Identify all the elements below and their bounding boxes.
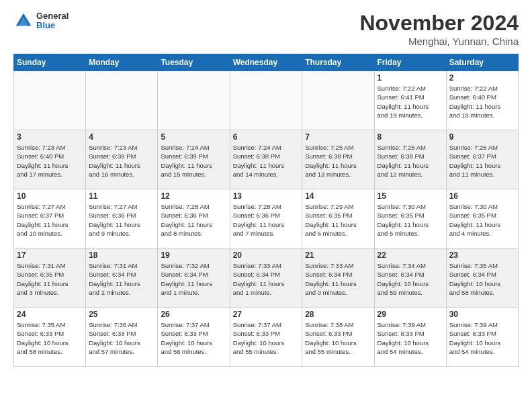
- day-info: Sunrise: 7:25 AMSunset: 6:38 PMDaylight:…: [305, 143, 371, 179]
- day-number: 27: [233, 310, 300, 319]
- day-info: Sunrise: 7:24 AMSunset: 6:39 PMDaylight:…: [161, 143, 226, 179]
- day-number: 5: [161, 132, 226, 142]
- day-info: Sunrise: 7:36 AMSunset: 6:33 PMDaylight:…: [89, 320, 154, 356]
- day-number: 29: [378, 310, 443, 319]
- logo: General Blue: [13, 11, 69, 31]
- day-number: 3: [17, 132, 83, 142]
- calendar-day: 1Sunrise: 7:22 AMSunset: 6:41 PMDaylight…: [374, 71, 446, 130]
- day-number: 15: [378, 191, 443, 201]
- day-info: Sunrise: 7:27 AMSunset: 6:36 PMDaylight:…: [89, 202, 154, 238]
- col-thursday: Thursday: [302, 54, 374, 71]
- day-info: Sunrise: 7:23 AMSunset: 6:40 PMDaylight:…: [17, 143, 83, 179]
- day-info: Sunrise: 7:23 AMSunset: 6:39 PMDaylight:…: [89, 143, 154, 179]
- day-number: 12: [161, 191, 226, 201]
- calendar-day: [14, 71, 86, 130]
- day-number: 8: [378, 132, 443, 142]
- calendar-day: 19Sunrise: 7:32 AMSunset: 6:34 PMDayligh…: [158, 248, 230, 308]
- calendar-week-row: 24Sunrise: 7:35 AMSunset: 6:33 PMDayligh…: [14, 308, 519, 367]
- day-number: 23: [449, 250, 515, 260]
- calendar-day: 27Sunrise: 7:37 AMSunset: 6:33 PMDayligh…: [230, 308, 302, 367]
- calendar-day: 4Sunrise: 7:23 AMSunset: 6:39 PMDaylight…: [86, 130, 158, 189]
- col-tuesday: Tuesday: [158, 54, 230, 71]
- day-number: 9: [449, 132, 515, 142]
- calendar-day: 25Sunrise: 7:36 AMSunset: 6:33 PMDayligh…: [86, 308, 158, 367]
- day-info: Sunrise: 7:28 AMSunset: 6:36 PMDaylight:…: [233, 202, 300, 238]
- location: Menghai, Yunnan, China: [359, 36, 519, 47]
- calendar-day: 20Sunrise: 7:33 AMSunset: 6:34 PMDayligh…: [230, 248, 302, 308]
- day-info: Sunrise: 7:32 AMSunset: 6:34 PMDaylight:…: [161, 261, 226, 297]
- day-info: Sunrise: 7:26 AMSunset: 6:37 PMDaylight:…: [449, 143, 515, 179]
- calendar-day: 24Sunrise: 7:35 AMSunset: 6:33 PMDayligh…: [14, 308, 86, 367]
- day-number: 4: [89, 132, 154, 142]
- day-number: 16: [449, 191, 515, 201]
- calendar-day: 7Sunrise: 7:25 AMSunset: 6:38 PMDaylight…: [302, 130, 374, 189]
- calendar-day: 23Sunrise: 7:35 AMSunset: 6:34 PMDayligh…: [446, 248, 518, 308]
- day-info: Sunrise: 7:39 AMSunset: 6:33 PMDaylight:…: [449, 320, 515, 356]
- day-number: 2: [449, 73, 515, 83]
- day-number: 25: [89, 310, 154, 319]
- calendar-week-row: 10Sunrise: 7:27 AMSunset: 6:37 PMDayligh…: [14, 189, 519, 248]
- day-number: 24: [17, 310, 83, 319]
- day-info: Sunrise: 7:29 AMSunset: 6:35 PMDaylight:…: [305, 202, 371, 238]
- day-number: 18: [89, 250, 154, 260]
- calendar-day: 26Sunrise: 7:37 AMSunset: 6:33 PMDayligh…: [158, 308, 230, 367]
- calendar-header-row: Sunday Monday Tuesday Wednesday Thursday…: [14, 54, 519, 71]
- day-info: Sunrise: 7:27 AMSunset: 6:37 PMDaylight:…: [17, 202, 83, 238]
- day-info: Sunrise: 7:22 AMSunset: 6:41 PMDaylight:…: [378, 84, 443, 120]
- day-number: 26: [161, 310, 226, 319]
- day-number: 14: [305, 191, 371, 201]
- main-container: General Blue November 2024 Menghai, Yunn…: [0, 0, 532, 373]
- day-number: 17: [17, 250, 83, 260]
- calendar-day: 28Sunrise: 7:38 AMSunset: 6:33 PMDayligh…: [302, 308, 374, 367]
- month-title: November 2024: [359, 11, 519, 36]
- day-number: 11: [89, 191, 154, 201]
- calendar-day: 21Sunrise: 7:33 AMSunset: 6:34 PMDayligh…: [302, 248, 374, 308]
- calendar-week-row: 1Sunrise: 7:22 AMSunset: 6:41 PMDaylight…: [14, 71, 519, 130]
- day-info: Sunrise: 7:39 AMSunset: 6:33 PMDaylight:…: [378, 320, 443, 356]
- calendar-day: 16Sunrise: 7:30 AMSunset: 6:35 PMDayligh…: [446, 189, 518, 248]
- calendar-day: 5Sunrise: 7:24 AMSunset: 6:39 PMDaylight…: [158, 130, 230, 189]
- day-number: 1: [378, 73, 443, 83]
- calendar-day: 22Sunrise: 7:34 AMSunset: 6:34 PMDayligh…: [374, 248, 446, 308]
- logo-text: General Blue: [36, 11, 69, 31]
- calendar-day: [302, 71, 374, 130]
- day-info: Sunrise: 7:37 AMSunset: 6:33 PMDaylight:…: [233, 320, 300, 356]
- calendar-day: 15Sunrise: 7:30 AMSunset: 6:35 PMDayligh…: [374, 189, 446, 248]
- calendar-day: 6Sunrise: 7:24 AMSunset: 6:38 PMDaylight…: [230, 130, 302, 189]
- day-number: 13: [233, 191, 300, 201]
- day-info: Sunrise: 7:33 AMSunset: 6:34 PMDaylight:…: [305, 261, 371, 297]
- col-monday: Monday: [86, 54, 158, 71]
- day-info: Sunrise: 7:38 AMSunset: 6:33 PMDaylight:…: [305, 320, 371, 356]
- calendar-day: 3Sunrise: 7:23 AMSunset: 6:40 PMDaylight…: [14, 130, 86, 189]
- calendar-day: 14Sunrise: 7:29 AMSunset: 6:35 PMDayligh…: [302, 189, 374, 248]
- day-number: 21: [305, 250, 371, 260]
- calendar-day: 2Sunrise: 7:22 AMSunset: 6:40 PMDaylight…: [446, 71, 518, 130]
- calendar-day: 30Sunrise: 7:39 AMSunset: 6:33 PMDayligh…: [446, 308, 518, 367]
- title-block: November 2024 Menghai, Yunnan, China: [359, 11, 519, 47]
- calendar-day: [230, 71, 302, 130]
- header: General Blue November 2024 Menghai, Yunn…: [13, 11, 519, 47]
- logo-icon: [13, 11, 34, 31]
- calendar-day: 13Sunrise: 7:28 AMSunset: 6:36 PMDayligh…: [230, 189, 302, 248]
- day-number: 6: [233, 132, 300, 142]
- calendar-day: 18Sunrise: 7:31 AMSunset: 6:34 PMDayligh…: [86, 248, 158, 308]
- calendar-day: 8Sunrise: 7:25 AMSunset: 6:38 PMDaylight…: [374, 130, 446, 189]
- calendar-table: Sunday Monday Tuesday Wednesday Thursday…: [13, 54, 519, 367]
- col-friday: Friday: [374, 54, 446, 71]
- day-number: 28: [305, 310, 371, 319]
- day-number: 30: [449, 310, 515, 319]
- day-info: Sunrise: 7:33 AMSunset: 6:34 PMDaylight:…: [233, 261, 300, 297]
- day-number: 22: [378, 250, 443, 260]
- calendar-day: [86, 71, 158, 130]
- calendar-day: 29Sunrise: 7:39 AMSunset: 6:33 PMDayligh…: [374, 308, 446, 367]
- day-info: Sunrise: 7:34 AMSunset: 6:34 PMDaylight:…: [378, 261, 443, 297]
- calendar-day: 17Sunrise: 7:31 AMSunset: 6:35 PMDayligh…: [14, 248, 86, 308]
- calendar-day: [158, 71, 230, 130]
- col-sunday: Sunday: [14, 54, 86, 71]
- col-wednesday: Wednesday: [230, 54, 302, 71]
- day-info: Sunrise: 7:25 AMSunset: 6:38 PMDaylight:…: [378, 143, 443, 179]
- calendar-day: 9Sunrise: 7:26 AMSunset: 6:37 PMDaylight…: [446, 130, 518, 189]
- day-info: Sunrise: 7:37 AMSunset: 6:33 PMDaylight:…: [161, 320, 226, 356]
- day-info: Sunrise: 7:31 AMSunset: 6:35 PMDaylight:…: [17, 261, 83, 297]
- day-info: Sunrise: 7:28 AMSunset: 6:36 PMDaylight:…: [161, 202, 226, 238]
